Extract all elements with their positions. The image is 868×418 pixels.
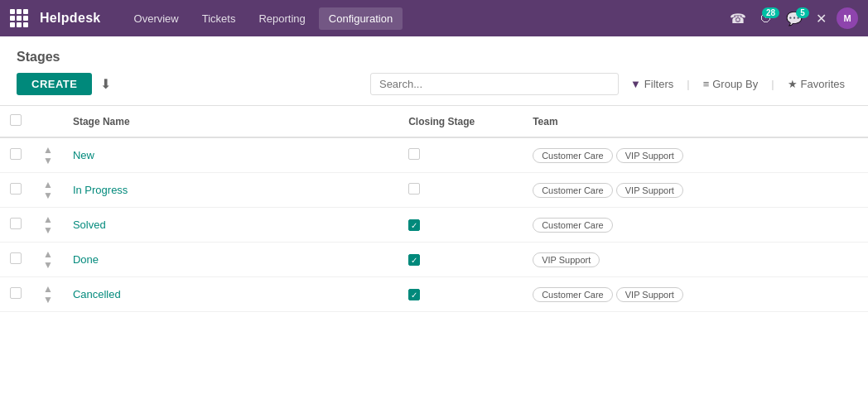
team-tag[interactable]: VIP Support xyxy=(616,287,683,302)
page-title: Stages xyxy=(17,50,851,65)
row-checkbox[interactable] xyxy=(10,218,22,229)
header-team: Team xyxy=(523,106,868,137)
nav-overview[interactable]: Overview xyxy=(124,7,189,30)
team-tag[interactable]: Customer Care xyxy=(533,218,613,233)
closing-stage-checkbox[interactable] xyxy=(408,289,420,300)
header-closing-stage: Closing Stage xyxy=(398,106,523,137)
team-tags: Customer Care xyxy=(533,218,858,233)
page-header: Stages CREATE ⬇ ▼ Filters | ≡ Group By | xyxy=(0,36,868,106)
toolbar: CREATE ⬇ ▼ Filters | ≡ Group By | ★ Favo… xyxy=(17,73,851,95)
group-by-icon: ≡ xyxy=(703,78,710,90)
navbar-right: ☎ ⏱ 28 💬 5 ✕ M xyxy=(726,7,858,30)
team-tags: Customer CareVIP Support xyxy=(533,148,858,163)
table-row: ▲▼CancelledCustomer CareVIP Support xyxy=(0,277,868,312)
stage-name-link[interactable]: Cancelled xyxy=(73,288,121,300)
row-checkbox[interactable] xyxy=(10,287,22,299)
row-checkbox[interactable] xyxy=(10,183,22,195)
row-checkbox[interactable] xyxy=(10,252,22,264)
toolbar-left: CREATE ⬇ xyxy=(17,73,111,95)
team-tag[interactable]: Customer Care xyxy=(533,287,613,302)
page-content: Stages CREATE ⬇ ▼ Filters | ≡ Group By | xyxy=(0,36,868,418)
header-sort xyxy=(33,106,63,137)
closing-stage-checkbox[interactable] xyxy=(408,219,420,231)
filters-label: Filters xyxy=(644,78,673,90)
closing-stage-checkbox[interactable] xyxy=(408,254,420,266)
download-icon[interactable]: ⬇ xyxy=(100,76,111,92)
search-input[interactable] xyxy=(370,73,619,95)
favorites-label: Favorites xyxy=(801,78,845,90)
brand-logo[interactable]: Helpdesk xyxy=(40,11,101,26)
navbar: Helpdesk Overview Tickets Reporting Conf… xyxy=(0,0,868,36)
create-button[interactable]: CREATE xyxy=(17,73,92,95)
sort-handle[interactable]: ▲▼ xyxy=(43,214,53,235)
sort-handle[interactable]: ▲▼ xyxy=(43,145,53,166)
main-nav: Overview Tickets Reporting Configuration xyxy=(124,7,403,30)
activity-badge: 28 xyxy=(762,7,779,18)
favorites-button[interactable]: ★ Favorites xyxy=(781,74,851,94)
team-tag[interactable]: Customer Care xyxy=(533,148,613,163)
avatar[interactable]: M xyxy=(837,7,858,29)
header-stage-name: Stage Name xyxy=(63,106,398,137)
star-icon: ★ xyxy=(788,78,798,90)
message-icon-wrap[interactable]: 💬 5 xyxy=(783,11,806,26)
stage-name-link[interactable]: Done xyxy=(73,253,99,266)
stage-name-link[interactable]: New xyxy=(73,149,94,161)
toolbar-right: ▼ Filters | ≡ Group By | ★ Favorites xyxy=(370,73,851,95)
sort-handle[interactable]: ▲▼ xyxy=(43,284,53,305)
nav-configuration[interactable]: Configuration xyxy=(319,7,403,30)
row-checkbox[interactable] xyxy=(10,148,22,160)
filters-button[interactable]: ▼ Filters xyxy=(624,74,680,94)
table-row: ▲▼SolvedCustomer Care xyxy=(0,208,868,243)
table-row: ▲▼DoneVIP Support xyxy=(0,243,868,277)
table-row: ▲▼NewCustomer CareVIP Support xyxy=(0,137,868,173)
separator-1: | xyxy=(687,78,689,90)
team-tags: Customer CareVIP Support xyxy=(533,287,858,302)
closing-stage-checkbox[interactable] xyxy=(408,183,420,195)
nav-tickets[interactable]: Tickets xyxy=(192,7,246,30)
closing-stage-checkbox[interactable] xyxy=(408,148,420,160)
close-icon[interactable]: ✕ xyxy=(813,7,830,30)
message-badge: 5 xyxy=(796,7,809,18)
team-tags: Customer CareVIP Support xyxy=(533,183,858,198)
phone-icon[interactable]: ☎ xyxy=(726,7,750,30)
stage-name-link[interactable]: In Progress xyxy=(73,184,128,196)
select-all-checkbox[interactable] xyxy=(10,114,22,126)
stage-name-link[interactable]: Solved xyxy=(73,219,106,231)
nav-reporting[interactable]: Reporting xyxy=(248,7,315,30)
team-tags: VIP Support xyxy=(533,252,858,267)
team-tag[interactable]: VIP Support xyxy=(616,183,683,198)
separator-2: | xyxy=(771,78,774,90)
team-tag[interactable]: VIP Support xyxy=(616,148,683,163)
group-by-label: Group By xyxy=(712,78,758,90)
app-grid-icon[interactable] xyxy=(10,9,28,27)
team-tag[interactable]: Customer Care xyxy=(533,183,613,198)
sort-handle[interactable]: ▲▼ xyxy=(43,249,53,270)
sort-handle[interactable]: ▲▼ xyxy=(43,180,53,200)
header-select-all xyxy=(0,106,33,137)
team-tag[interactable]: VIP Support xyxy=(533,252,600,267)
table-row: ▲▼In ProgressCustomer CareVIP Support xyxy=(0,173,868,208)
stages-table: Stage Name Closing Stage Team ▲▼NewCusto… xyxy=(0,106,868,312)
filter-icon: ▼ xyxy=(630,78,641,90)
group-by-button[interactable]: ≡ Group By xyxy=(697,74,765,94)
activity-icon-wrap[interactable]: ⏱ 28 xyxy=(756,11,776,26)
